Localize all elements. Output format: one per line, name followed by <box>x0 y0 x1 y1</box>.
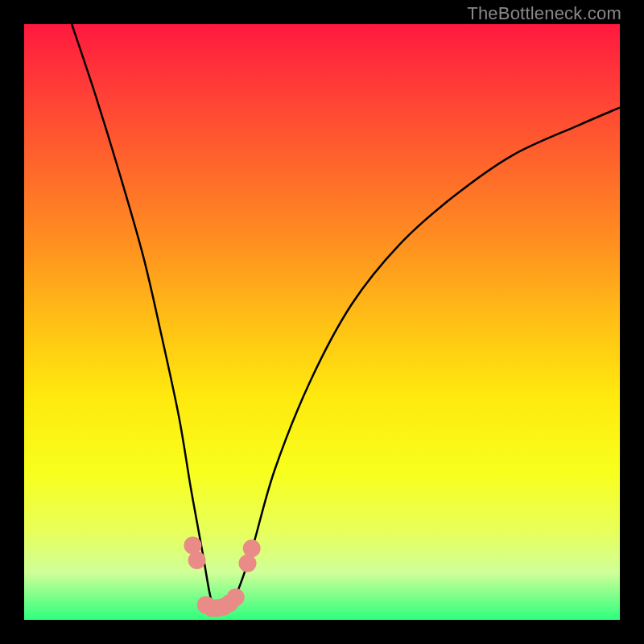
marker-dot <box>188 551 206 569</box>
plot-area <box>24 24 620 620</box>
marker-dot <box>184 537 201 555</box>
bottleneck-curve <box>72 24 620 609</box>
chart-frame: TheBottleneck.com <box>0 0 644 644</box>
marker-dot <box>243 539 261 557</box>
marker-dot <box>227 588 245 606</box>
marker-dot <box>239 555 257 572</box>
chart-svg <box>24 24 620 620</box>
watermark-text: TheBottleneck.com <box>467 3 621 24</box>
highlight-markers <box>184 537 260 617</box>
